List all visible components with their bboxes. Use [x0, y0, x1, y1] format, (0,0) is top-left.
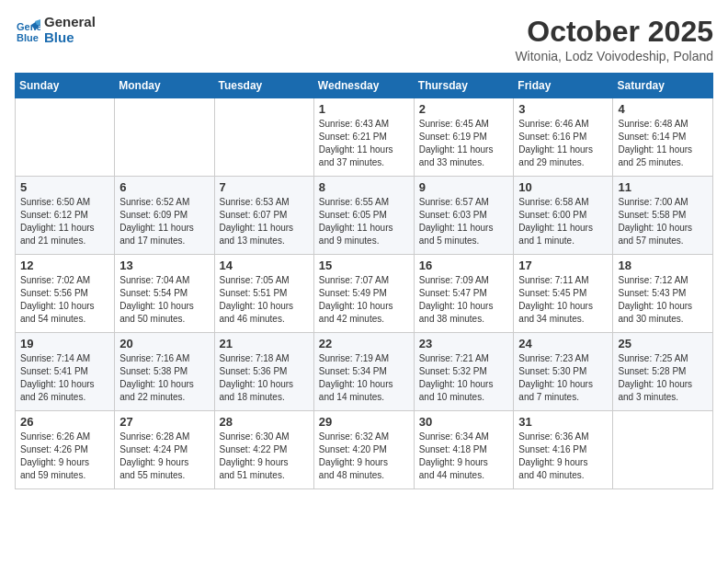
day-info: Sunrise: 7:19 AM Sunset: 5:34 PM Dayligh…: [319, 352, 409, 404]
day-info: Sunrise: 6:34 AM Sunset: 4:18 PM Dayligh…: [419, 431, 509, 482]
day-info: Sunrise: 6:26 AM Sunset: 4:26 PM Dayligh…: [20, 431, 109, 482]
day-number: 21: [220, 337, 309, 350]
calendar-cell: 9Sunrise: 6:57 AM Sunset: 6:03 PM Daylig…: [414, 177, 514, 255]
day-info: Sunrise: 6:50 AM Sunset: 6:12 PM Dayligh…: [20, 196, 109, 247]
page-header: General Blue General Blue October 2025 W…: [15, 15, 713, 63]
day-info: Sunrise: 7:18 AM Sunset: 5:36 PM Dayligh…: [220, 352, 309, 404]
day-info: Sunrise: 7:16 AM Sunset: 5:38 PM Dayligh…: [119, 352, 209, 404]
calendar-cell: 4Sunrise: 6:48 AM Sunset: 6:14 PM Daylig…: [613, 98, 713, 177]
title-block: October 2025 Witonia, Lodz Voivodeship, …: [515, 15, 713, 63]
weekday-header-wednesday: Wednesday: [313, 74, 414, 98]
day-number: 7: [220, 180, 309, 194]
day-number: 13: [119, 259, 209, 272]
calendar-cell: 11Sunrise: 7:00 AM Sunset: 5:58 PM Dayli…: [613, 177, 713, 255]
calendar-cell: 7Sunrise: 6:53 AM Sunset: 6:07 PM Daylig…: [214, 177, 313, 255]
calendar-cell: 21Sunrise: 7:18 AM Sunset: 5:36 PM Dayli…: [214, 333, 313, 411]
logo-text-general: General: [44, 15, 96, 30]
weekday-header-friday: Friday: [514, 74, 613, 98]
day-number: 12: [20, 259, 109, 272]
day-number: 29: [319, 415, 409, 429]
day-number: 5: [20, 180, 109, 194]
calendar-cell: 31Sunrise: 6:36 AM Sunset: 4:16 PM Dayli…: [514, 411, 613, 489]
calendar-cell: 13Sunrise: 7:04 AM Sunset: 5:54 PM Dayli…: [115, 255, 214, 333]
day-number: 6: [119, 180, 209, 194]
day-number: 28: [220, 415, 309, 429]
weekday-header-sunday: Sunday: [16, 74, 115, 98]
day-info: Sunrise: 7:12 AM Sunset: 5:43 PM Dayligh…: [618, 274, 708, 326]
day-info: Sunrise: 6:57 AM Sunset: 6:03 PM Dayligh…: [419, 196, 509, 247]
calendar-cell: 20Sunrise: 7:16 AM Sunset: 5:38 PM Dayli…: [115, 333, 214, 411]
day-info: Sunrise: 7:25 AM Sunset: 5:28 PM Dayligh…: [618, 352, 708, 404]
day-info: Sunrise: 6:43 AM Sunset: 6:21 PM Dayligh…: [319, 118, 409, 169]
weekday-header-saturday: Saturday: [613, 74, 713, 98]
calendar-week-5: 26Sunrise: 6:26 AM Sunset: 4:26 PM Dayli…: [16, 411, 713, 489]
svg-text:Blue: Blue: [17, 32, 39, 43]
day-info: Sunrise: 7:21 AM Sunset: 5:32 PM Dayligh…: [419, 352, 509, 404]
day-info: Sunrise: 6:28 AM Sunset: 4:24 PM Dayligh…: [119, 431, 209, 482]
day-info: Sunrise: 6:52 AM Sunset: 6:09 PM Dayligh…: [119, 196, 209, 247]
day-number: 26: [20, 415, 109, 429]
day-info: Sunrise: 7:07 AM Sunset: 5:49 PM Dayligh…: [319, 274, 409, 326]
day-number: 20: [119, 337, 209, 350]
day-info: Sunrise: 7:09 AM Sunset: 5:47 PM Dayligh…: [419, 274, 509, 326]
calendar-cell: 14Sunrise: 7:05 AM Sunset: 5:51 PM Dayli…: [214, 255, 313, 333]
day-number: 30: [419, 415, 509, 429]
calendar-cell: 19Sunrise: 7:14 AM Sunset: 5:41 PM Dayli…: [16, 333, 115, 411]
calendar-cell: 17Sunrise: 7:11 AM Sunset: 5:45 PM Dayli…: [514, 255, 613, 333]
calendar-cell: 23Sunrise: 7:21 AM Sunset: 5:32 PM Dayli…: [414, 333, 514, 411]
day-number: 1: [319, 102, 409, 116]
day-info: Sunrise: 6:45 AM Sunset: 6:19 PM Dayligh…: [419, 118, 509, 169]
calendar-cell: 3Sunrise: 6:46 AM Sunset: 6:16 PM Daylig…: [514, 98, 613, 177]
day-info: Sunrise: 7:05 AM Sunset: 5:51 PM Dayligh…: [220, 274, 309, 326]
location-subtitle: Witonia, Lodz Voivodeship, Poland: [515, 49, 713, 63]
day-number: 3: [518, 102, 608, 116]
calendar-cell: 28Sunrise: 6:30 AM Sunset: 4:22 PM Dayli…: [214, 411, 313, 489]
day-number: 31: [518, 415, 608, 429]
calendar-cell: 22Sunrise: 7:19 AM Sunset: 5:34 PM Dayli…: [313, 333, 414, 411]
day-info: Sunrise: 6:46 AM Sunset: 6:16 PM Dayligh…: [518, 118, 608, 169]
day-number: 11: [618, 180, 708, 194]
day-number: 15: [319, 259, 409, 272]
calendar-cell: 15Sunrise: 7:07 AM Sunset: 5:49 PM Dayli…: [313, 255, 414, 333]
day-info: Sunrise: 7:02 AM Sunset: 5:56 PM Dayligh…: [20, 274, 109, 326]
calendar-week-3: 12Sunrise: 7:02 AM Sunset: 5:56 PM Dayli…: [16, 255, 713, 333]
day-info: Sunrise: 7:14 AM Sunset: 5:41 PM Dayligh…: [20, 352, 109, 404]
logo-text-blue: Blue: [44, 30, 96, 46]
day-number: 18: [618, 259, 708, 272]
calendar-cell: 18Sunrise: 7:12 AM Sunset: 5:43 PM Dayli…: [613, 255, 713, 333]
calendar-cell: 10Sunrise: 6:58 AM Sunset: 6:00 PM Dayli…: [514, 177, 613, 255]
weekday-header-thursday: Thursday: [414, 74, 514, 98]
day-info: Sunrise: 6:48 AM Sunset: 6:14 PM Dayligh…: [618, 118, 708, 169]
day-number: 24: [518, 337, 608, 350]
calendar-cell: 2Sunrise: 6:45 AM Sunset: 6:19 PM Daylig…: [414, 98, 514, 177]
day-number: 2: [419, 102, 509, 116]
calendar-cell: 24Sunrise: 7:23 AM Sunset: 5:30 PM Dayli…: [514, 333, 613, 411]
calendar-cell: 29Sunrise: 6:32 AM Sunset: 4:20 PM Dayli…: [313, 411, 414, 489]
day-number: 14: [220, 259, 309, 272]
calendar-cell: [214, 98, 313, 177]
calendar-cell: 16Sunrise: 7:09 AM Sunset: 5:47 PM Dayli…: [414, 255, 514, 333]
calendar-table: SundayMondayTuesdayWednesdayThursdayFrid…: [15, 73, 713, 489]
calendar-cell: 26Sunrise: 6:26 AM Sunset: 4:26 PM Dayli…: [16, 411, 115, 489]
logo: General Blue General Blue: [15, 15, 96, 45]
day-info: Sunrise: 7:11 AM Sunset: 5:45 PM Dayligh…: [518, 274, 608, 326]
day-info: Sunrise: 6:55 AM Sunset: 6:05 PM Dayligh…: [319, 196, 409, 247]
calendar-cell: 25Sunrise: 7:25 AM Sunset: 5:28 PM Dayli…: [613, 333, 713, 411]
calendar-cell: 30Sunrise: 6:34 AM Sunset: 4:18 PM Dayli…: [414, 411, 514, 489]
weekday-header-tuesday: Tuesday: [214, 74, 313, 98]
weekday-header-monday: Monday: [115, 74, 214, 98]
day-number: 27: [119, 415, 209, 429]
day-info: Sunrise: 6:32 AM Sunset: 4:20 PM Dayligh…: [319, 431, 409, 482]
day-number: 17: [518, 259, 608, 272]
day-info: Sunrise: 6:53 AM Sunset: 6:07 PM Dayligh…: [220, 196, 309, 247]
day-number: 10: [518, 180, 608, 194]
calendar-cell: 1Sunrise: 6:43 AM Sunset: 6:21 PM Daylig…: [313, 98, 414, 177]
day-number: 25: [618, 337, 708, 350]
day-info: Sunrise: 6:30 AM Sunset: 4:22 PM Dayligh…: [220, 431, 309, 482]
calendar-cell: 6Sunrise: 6:52 AM Sunset: 6:09 PM Daylig…: [115, 177, 214, 255]
day-number: 19: [20, 337, 109, 350]
weekday-header-row: SundayMondayTuesdayWednesdayThursdayFrid…: [16, 74, 713, 98]
day-number: 23: [419, 337, 509, 350]
day-info: Sunrise: 6:36 AM Sunset: 4:16 PM Dayligh…: [518, 431, 608, 482]
day-number: 9: [419, 180, 509, 194]
